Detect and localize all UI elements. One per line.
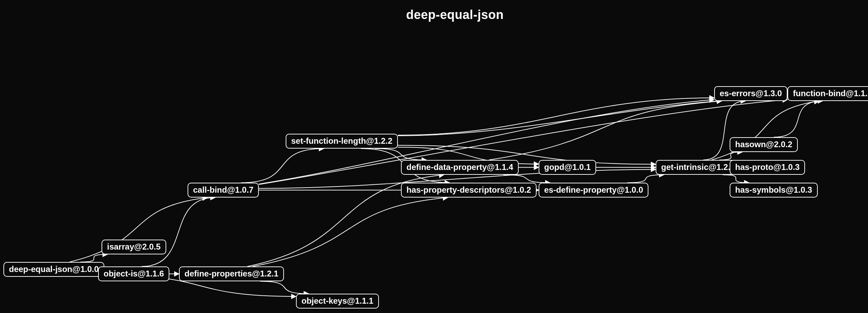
- node-gopd[interactable]: gopd@1.0.1: [539, 160, 596, 175]
- node-label: hasown@2.0.2: [735, 140, 792, 149]
- dependency-graph: deep-equal-json deep-equal-json@1.0.0isa…: [0, 0, 868, 313]
- edge-object-is-to-call-bind: [142, 198, 215, 266]
- node-label: define-properties@1.2.1: [184, 269, 278, 278]
- node-label: has-property-descriptors@1.0.2: [406, 185, 531, 194]
- node-object-is[interactable]: object-is@1.1.6: [98, 266, 169, 281]
- edge-call-bind-to-set-function-length: [241, 149, 324, 183]
- node-label: es-errors@1.3.0: [720, 89, 782, 98]
- node-label: object-keys@1.1.1: [301, 296, 373, 305]
- edge-set-function-length-to-function-bind: [398, 98, 787, 136]
- node-object-keys[interactable]: object-keys@1.1.1: [296, 294, 379, 309]
- node-isarray[interactable]: isarray@2.0.5: [102, 240, 166, 254]
- edge-es-define-property-to-get-intrinsic: [627, 175, 664, 183]
- edge-get-intrinsic-to-has-symbols: [723, 175, 749, 183]
- node-label: define-data-property@1.1.4: [406, 162, 513, 172]
- edge-set-function-length-to-es-errors: [398, 98, 714, 135]
- node-label: set-function-length@1.2.2: [291, 136, 392, 145]
- node-label: function-bind@1.1.2: [793, 89, 868, 98]
- node-label: gopd@1.0.1: [544, 162, 591, 172]
- node-hasown[interactable]: hasown@2.0.2: [730, 137, 798, 152]
- node-define-data-property[interactable]: define-data-property@1.1.4: [401, 160, 519, 175]
- node-has-symbols[interactable]: has-symbols@1.0.3: [730, 183, 818, 198]
- edges-layer: [0, 0, 868, 313]
- node-label: object-is@1.1.6: [104, 269, 164, 278]
- node-has-property-descriptors[interactable]: has-property-descriptors@1.0.2: [401, 183, 537, 198]
- node-has-proto[interactable]: has-proto@1.0.3: [730, 160, 805, 175]
- node-es-errors[interactable]: es-errors@1.3.0: [714, 86, 787, 101]
- edge-hasown-to-function-bind: [774, 101, 823, 137]
- node-deep-equal-json[interactable]: deep-equal-json@1.0.0: [3, 262, 104, 277]
- node-set-function-length[interactable]: set-function-length@1.2.2: [286, 134, 398, 149]
- node-label: get-intrinsic@1.2.4: [661, 162, 735, 172]
- node-label: call-bind@1.0.7: [193, 185, 253, 194]
- node-label: has-proto@1.0.3: [735, 162, 800, 172]
- node-es-define-property[interactable]: es-define-property@1.0.0: [539, 183, 648, 198]
- node-label: deep-equal-json@1.0.0: [9, 264, 99, 274]
- node-label: has-symbols@1.0.3: [735, 185, 812, 194]
- node-label: isarray@2.0.5: [107, 242, 161, 251]
- edge-define-data-property-to-es-errors: [489, 101, 722, 160]
- edge-define-data-property-to-es-define-property: [504, 175, 550, 183]
- node-function-bind[interactable]: function-bind@1.1.2: [787, 86, 868, 101]
- node-call-bind[interactable]: call-bind@1.0.7: [188, 183, 259, 198]
- edge-define-properties-to-object-keys: [260, 281, 308, 294]
- edge-set-function-length-to-define-data-property: [375, 149, 426, 160]
- node-get-intrinsic[interactable]: get-intrinsic@1.2.4: [656, 160, 740, 175]
- node-label: es-define-property@1.0.0: [544, 185, 643, 194]
- node-define-properties[interactable]: define-properties@1.2.1: [179, 266, 284, 281]
- edge-define-properties-to-has-property-descriptors: [253, 198, 448, 266]
